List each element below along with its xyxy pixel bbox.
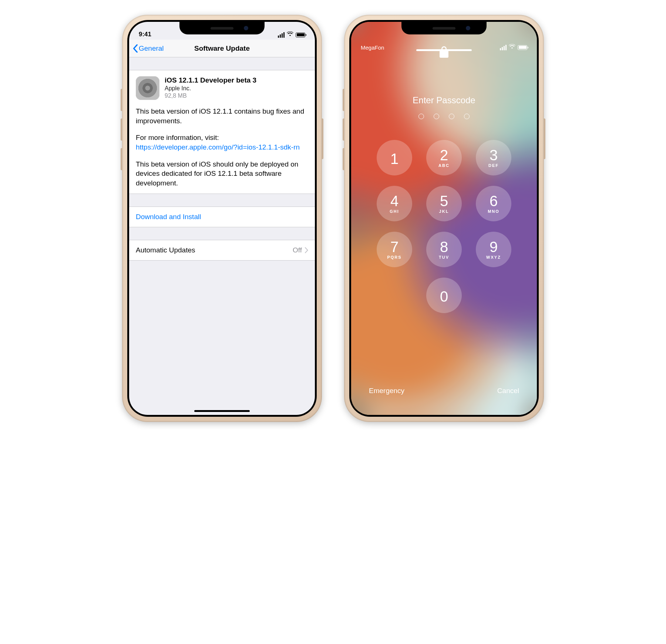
desc-line-3: This beta version of iOS should only be … <box>136 160 308 188</box>
home-indicator[interactable] <box>194 410 250 412</box>
update-section: iOS 12.1.1 Developer beta 3 Apple Inc. 9… <box>129 70 315 194</box>
download-install-button[interactable]: Download and Install <box>129 207 315 227</box>
passcode-title: Enter Passcode <box>413 95 475 105</box>
signal-icon <box>278 32 285 38</box>
key-6[interactable]: 6MNO <box>476 186 511 221</box>
update-title: iOS 12.1.1 Developer beta 3 <box>165 76 256 84</box>
back-button[interactable]: General <box>133 44 164 53</box>
desc-line-2-prefix: For more information, visit: <box>136 134 219 141</box>
home-indicator[interactable] <box>416 49 472 51</box>
update-size: 92,8 MB <box>165 93 256 99</box>
key-2[interactable]: 2ABC <box>426 140 462 175</box>
battery-icon <box>296 33 305 37</box>
passcode-dots <box>418 114 470 119</box>
key-7[interactable]: 7PQRS <box>377 232 412 267</box>
battery-icon <box>518 45 527 50</box>
back-label: General <box>139 44 164 53</box>
signal-icon <box>500 45 507 50</box>
emergency-button[interactable]: Emergency <box>369 387 404 395</box>
key-9[interactable]: 9WXYZ <box>476 232 511 267</box>
update-vendor: Apple Inc. <box>165 85 256 92</box>
page-title: Software Update <box>194 44 250 53</box>
automatic-updates-value: Off <box>293 246 302 254</box>
key-4[interactable]: 4GHI <box>377 186 412 221</box>
key-3[interactable]: 3DEF <box>476 140 511 175</box>
notch <box>401 22 487 34</box>
keypad: 1 2ABC 3DEF 4GHI 5JKL 6MNO 7PQRS 8TUV 9W… <box>377 140 511 313</box>
automatic-updates-label: Automatic Updates <box>136 246 195 254</box>
nav-bar: General Software Update <box>129 40 315 57</box>
key-5[interactable]: 5JKL <box>426 186 462 221</box>
phone-frame-left: 9:41 General Software Update <box>122 15 322 422</box>
cancel-button[interactable]: Cancel <box>497 387 519 395</box>
chevron-right-icon <box>305 247 308 253</box>
chevron-left-icon <box>133 44 138 53</box>
key-8[interactable]: 8TUV <box>426 232 462 267</box>
key-1[interactable]: 1 <box>377 140 412 175</box>
key-0[interactable]: 0 <box>426 278 462 313</box>
release-notes-link[interactable]: https://developer.apple.com/go/?id=ios-1… <box>136 143 300 151</box>
update-description: This beta version of iOS 12.1.1 contains… <box>136 107 308 188</box>
notch <box>179 22 265 34</box>
settings-gear-icon <box>136 76 159 100</box>
wifi-icon <box>509 44 515 51</box>
status-time: 9:41 <box>139 31 151 38</box>
automatic-updates-row[interactable]: Automatic Updates Off <box>129 240 315 260</box>
status-carrier: MegaFon <box>361 44 384 51</box>
wifi-icon <box>287 31 293 38</box>
desc-line-1: This beta version of iOS 12.1.1 contains… <box>136 107 308 125</box>
phone-frame-right: MegaFon Enter Passcode 1 2ABC 3DEF 4GHI … <box>344 15 544 422</box>
download-install-label: Download and Install <box>136 213 201 221</box>
